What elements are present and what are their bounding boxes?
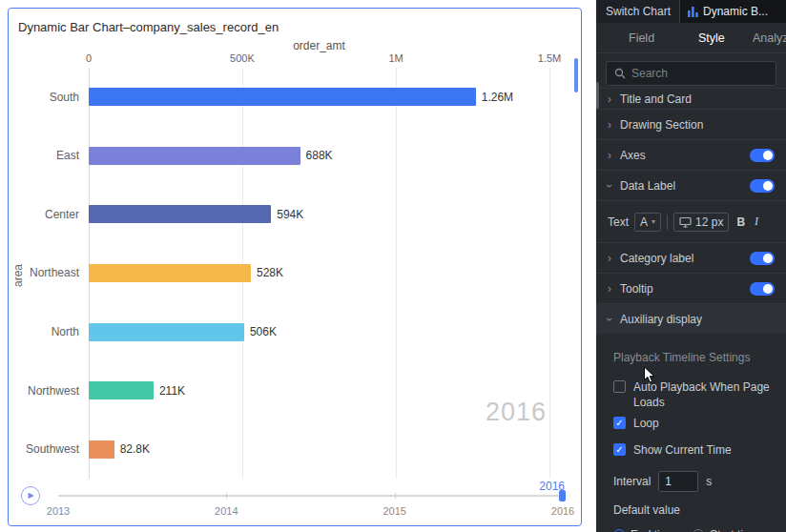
chevron-right-icon: › (608, 93, 611, 105)
doc-tab-dynamic-bar[interactable]: Dynamic B... (679, 0, 786, 23)
start-time-option[interactable]: Start time (693, 528, 758, 532)
app-screen: Dynamic Bar Chart–company_sales_record_e… (0, 0, 786, 532)
section-tooltip[interactable]: › Tooltip (596, 273, 786, 303)
section-label: Axes (620, 149, 646, 162)
bold-button[interactable]: B (734, 215, 747, 229)
bar-row: South1.26M (89, 88, 549, 107)
category-label: Northwest (28, 384, 79, 398)
switch-chart-button[interactable]: Switch Chart (596, 5, 671, 18)
panel-scrollbar-thumb[interactable] (596, 82, 599, 109)
category-label: Center (45, 208, 79, 221)
data-label-toggle[interactable] (750, 179, 775, 193)
search-input[interactable] (631, 67, 768, 80)
section-label: Tooltip (620, 282, 653, 296)
value-label: 688K (306, 149, 333, 162)
font-color-dropdown[interactable]: A ▾ (634, 213, 661, 232)
x-axis-title: order_amt (89, 39, 549, 52)
font-color-glyph: A (640, 215, 648, 229)
divider (667, 215, 668, 230)
chevron-right-icon: › (608, 283, 611, 295)
tab-analyze[interactable]: Analyze (753, 31, 786, 45)
search-box[interactable] (606, 61, 776, 86)
interval-input[interactable] (658, 471, 698, 492)
playback-timeline: ▶ 2016 2013 2014 2015 2016 (9, 481, 581, 526)
auxiliary-display-content: Playback Timeline Settings Auto Playback… (596, 334, 786, 532)
chevron-right-icon: › (608, 119, 611, 131)
bar[interactable] (89, 88, 476, 106)
bar-row: Northeast528K (89, 263, 549, 282)
section-label: Drawing Section (620, 118, 703, 132)
show-current-time-label: Show Current Time (633, 442, 732, 458)
italic-button[interactable]: I (753, 215, 760, 229)
timeline-tick (226, 493, 227, 499)
year-label-2013: 2013 (47, 505, 70, 517)
category-label: North (52, 325, 79, 338)
bar[interactable] (89, 381, 154, 399)
bar[interactable] (89, 264, 251, 282)
bar-row: Center594K (89, 205, 549, 224)
search-row (596, 53, 786, 88)
show-current-time-row: ✓ Show Current Time (613, 442, 775, 458)
value-label: 1.26M (482, 91, 513, 104)
timeline-track[interactable]: 2016 (58, 495, 563, 497)
x-tick-1m: 1M (388, 52, 403, 64)
axes-toggle[interactable] (750, 149, 775, 162)
section-data-label[interactable]: › Data Label (596, 170, 786, 200)
play-button[interactable]: ▶ (21, 486, 40, 505)
monitor-icon (679, 216, 692, 228)
chevron-down-icon: › (604, 184, 615, 188)
bar-row: Northwest211K (89, 381, 549, 400)
y-axis-title: area (11, 264, 25, 287)
default-value-radio-group: End time Start time (613, 528, 775, 532)
chart-scrollbar-thumb[interactable] (574, 58, 578, 92)
chevron-right-icon: › (608, 253, 611, 264)
value-label: 506K (250, 325, 277, 338)
section-title-and-card[interactable]: › Title and Card (596, 88, 786, 109)
bar-row: North506K (89, 322, 549, 341)
loop-checkbox[interactable]: ✓ (613, 417, 626, 429)
timeline-year-labels: 2013 2014 2015 2016 (58, 505, 563, 519)
interval-row: Interval s (613, 471, 775, 492)
auto-playback-row: Auto Playback When Page Loads (613, 379, 775, 410)
show-current-time-checkbox[interactable]: ✓ (613, 443, 626, 456)
section-category-label[interactable]: › Category label (596, 242, 786, 273)
chevron-down-icon: › (604, 317, 615, 321)
chevron-right-icon: › (608, 150, 611, 161)
tab-field[interactable]: Field (629, 31, 654, 45)
value-label: 594K (277, 208, 303, 221)
category-label: South (50, 91, 79, 104)
category-label-toggle[interactable] (750, 252, 775, 265)
interval-label: Interval (613, 475, 651, 488)
bar[interactable] (89, 147, 300, 165)
bar-row: Southwest82.8K (89, 440, 549, 459)
chart-card[interactable]: Dynamic Bar Chart–company_sales_record_e… (8, 8, 582, 526)
gridline (549, 68, 550, 479)
x-tick-500k: 500K (230, 52, 255, 64)
section-label: Data Label (620, 179, 675, 193)
interval-unit: s (706, 475, 712, 488)
end-time-option[interactable]: End time (613, 528, 675, 532)
tooltip-toggle[interactable] (750, 282, 775, 296)
font-size-dropdown[interactable]: 12 px (673, 213, 729, 232)
section-auxiliary-display[interactable]: › Auxiliary display (596, 303, 786, 334)
tab-style[interactable]: Style (698, 31, 725, 45)
bar[interactable] (89, 323, 244, 341)
x-tick-1-5m: 1.5M (538, 52, 561, 64)
section-label: Auxiliary display (620, 313, 702, 326)
value-label: 528K (257, 266, 283, 279)
plot-area: South1.26MEast688KCenter594KNortheast528… (89, 68, 549, 479)
auto-playback-checkbox[interactable] (613, 380, 626, 393)
timeline-current-year: 2016 (539, 480, 565, 493)
caret-down-icon: ▾ (652, 217, 655, 226)
bar[interactable] (89, 440, 114, 459)
bar[interactable] (89, 205, 271, 223)
section-axes[interactable]: › Axes (596, 139, 786, 170)
chart-icon (688, 7, 698, 17)
section-label: Category label (620, 252, 693, 265)
year-label-2015: 2015 (383, 505, 405, 517)
auto-playback-label: Auto Playback When Page Loads (633, 379, 775, 410)
x-axis-ticks: 0 500K 1M 1.5M (89, 52, 549, 66)
start-time-label: Start time (710, 528, 758, 532)
doc-tab-label: Dynamic B... (703, 5, 768, 18)
section-drawing-section[interactable]: › Drawing Section (596, 109, 786, 139)
